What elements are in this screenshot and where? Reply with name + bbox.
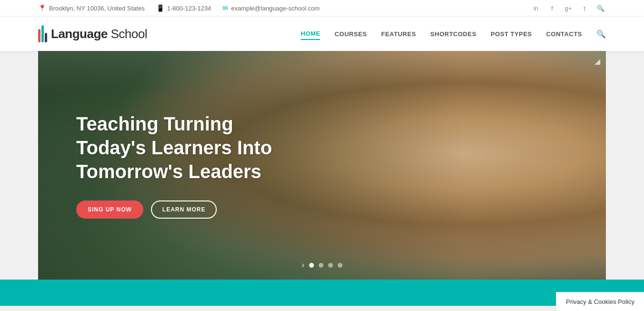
location-item: 📍 Brooklyn, NY 10036, United States [38,4,145,12]
email-text: example@language-school.com [231,5,320,12]
nav-contacts[interactable]: CONTACTS [546,29,582,40]
slider-dot-4[interactable] [338,263,342,268]
email-icon: ✉ [222,4,228,12]
slider-dot-1[interactable] [309,263,314,268]
hero-content: Teaching Turning Today's Learners Into T… [76,112,305,219]
logo-icon [38,25,47,42]
slider-dot-2[interactable] [319,263,323,268]
linkedin-icon[interactable]: in [531,3,541,13]
bottom-accent-bar [0,280,644,306]
nav-post-types[interactable]: POST TYPES [491,29,532,40]
logo-bar-teal [41,25,44,42]
facebook-icon[interactable]: f [547,3,557,13]
twitter-icon[interactable]: t [579,3,590,13]
nav-search-icon[interactable]: 🔍 [596,30,606,39]
header: Language School HOME COURSES FEATURES SH… [0,17,644,51]
location-text: Brooklyn, NY 10036, United States [49,5,145,12]
slider-dot-3[interactable] [328,263,333,268]
hero: ◢ Teaching Turning Today's Learners Into… [38,51,606,280]
logo[interactable]: Language School [38,25,147,42]
top-bar-left: 📍 Brooklyn, NY 10036, United States 📱 1-… [38,4,320,12]
phone-text: 1-800-123-1234 [167,5,211,12]
logo-bar-dark [45,33,47,42]
hero-corner-icon: ◢ [594,57,600,66]
main-nav: HOME COURSES FEATURES SHORTCODES POST TY… [301,28,606,40]
phone-item: 📱 1-800-123-1234 [156,4,211,12]
logo-text: Language School [51,27,147,41]
hero-slider-dots: › [302,260,342,270]
nav-shortcodes[interactable]: SHORTCODES [430,29,476,40]
nav-home[interactable]: HOME [301,28,320,40]
signup-button[interactable]: SING UP NOW [76,201,143,219]
nav-features[interactable]: FEATURES [381,29,416,40]
search-topbar-icon[interactable]: 🔍 [595,3,606,13]
location-icon: 📍 [38,4,46,12]
hero-buttons: SING UP NOW LEARN MORE [76,201,305,219]
social-icons: in f g+ t 🔍 [531,3,606,13]
nav-courses[interactable]: COURSES [334,29,367,40]
googleplus-icon[interactable]: g+ [563,3,574,13]
privacy-text: Privacy & Cookies Policy [566,298,634,305]
privacy-banner[interactable]: Privacy & Cookies Policy [556,292,644,311]
hero-title: Teaching Turning Today's Learners Into T… [76,112,305,183]
top-bar: 📍 Brooklyn, NY 10036, United States 📱 1-… [0,0,644,17]
page-wrapper: 📍 Brooklyn, NY 10036, United States 📱 1-… [0,0,644,311]
phone-icon: 📱 [156,4,164,12]
email-item: ✉ example@language-school.com [222,4,320,12]
hero-section: ◢ Teaching Turning Today's Learners Into… [38,51,606,280]
learn-more-button[interactable]: LEARN MORE [151,201,217,219]
slider-arrow-right[interactable]: › [302,260,304,270]
logo-bar-red [38,29,40,42]
